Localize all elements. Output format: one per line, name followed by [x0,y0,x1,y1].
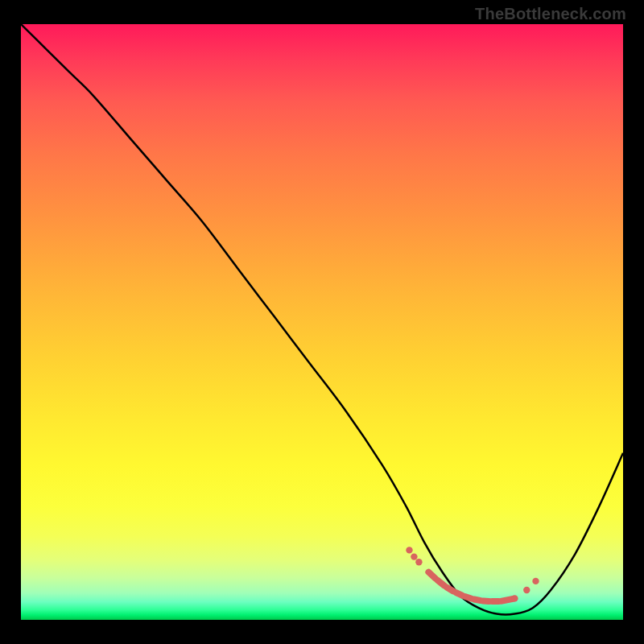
scatter-dot [406,547,412,553]
scatter-dot [523,587,530,593]
chart-container: TheBottleneck.com [0,0,644,644]
scatter-dot [411,553,417,559]
scatter-dot [532,578,539,584]
scatter-dot [415,559,422,565]
bottleneck-curve [21,24,623,615]
scatter-dots [406,547,539,605]
watermark-text: TheBottleneck.com [475,5,626,23]
plot-area [21,24,623,620]
curve-svg [21,24,623,620]
scatter-dot [511,595,518,601]
